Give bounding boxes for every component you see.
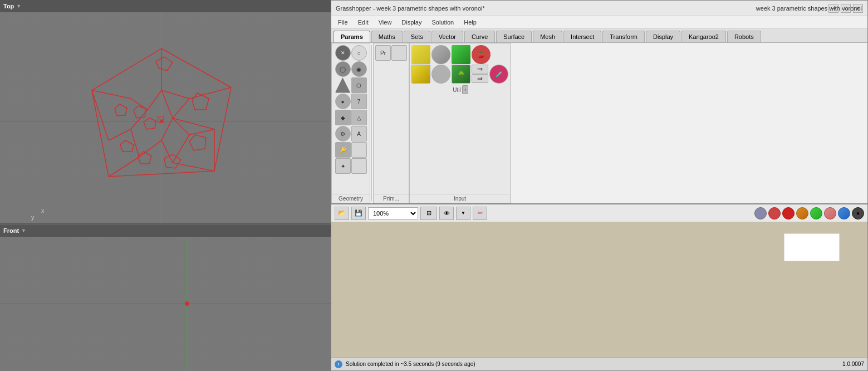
tab-mesh[interactable]: Mesh: [533, 31, 562, 42]
icon-arrow-right2[interactable]: ⇒: [472, 74, 488, 83]
icon-misc1[interactable]: [351, 142, 367, 158]
icon-3d[interactable]: ◯: [335, 61, 351, 77]
tab-transform[interactable]: Transform: [602, 31, 645, 42]
tab-curve[interactable]: Curve: [464, 31, 495, 42]
icon-star[interactable]: ✦: [335, 158, 351, 174]
gh-title-right: week 3 parametric shapes with voronoi: [756, 1, 862, 16]
separator1: [371, 45, 372, 201]
icon-circle-dark[interactable]: ●: [852, 207, 864, 219]
icon-gear[interactable]: ⚙: [335, 126, 351, 141]
icon-circle-pink[interactable]: [824, 207, 836, 219]
zoom-dropdown[interactable]: 100%: [368, 207, 418, 219]
icon-leaf[interactable]: ◆: [335, 110, 351, 125]
icon-silver-sphere[interactable]: [431, 45, 450, 64]
arrow-down-nav[interactable]: ▼: [456, 207, 470, 220]
icon-prim1[interactable]: Pr: [375, 45, 391, 61]
tab-bar: Params Maths Sets Vector Curve Surface M…: [331, 28, 867, 43]
icon-triangle[interactable]: [335, 77, 351, 93]
menu-file[interactable]: File: [334, 18, 352, 27]
icon-util1[interactable]: 🍒: [472, 45, 491, 64]
svg-rect-2: [0, 12, 331, 223]
icon-flask[interactable]: 🧪: [489, 65, 508, 84]
viewport-top-arrow[interactable]: ▼: [16, 3, 21, 9]
gh-toolbar-right: ●: [754, 207, 864, 219]
tab-maths[interactable]: Maths: [371, 31, 403, 42]
util-expand[interactable]: +: [462, 85, 468, 94]
svg-text:x: x: [41, 207, 45, 214]
eye-button[interactable]: 👁: [439, 207, 454, 220]
tab-params[interactable]: Params: [334, 31, 370, 42]
tab-sets[interactable]: Sets: [404, 31, 430, 42]
input-panel-label: Input: [410, 194, 510, 203]
icon-misc2[interactable]: [351, 158, 367, 174]
icon-arrow-right1[interactable]: ⇒: [472, 65, 488, 74]
input-panel: 🍒 🌳 ⇒ ⇒ 🧪 Util + Input: [409, 43, 511, 203]
input-panel-footer: Util +: [449, 85, 470, 95]
viewport-front[interactable]: Front ▼: [0, 224, 331, 371]
icon-dial[interactable]: ◉: [351, 61, 367, 77]
viewport-front-labelbar: Front ▼: [0, 224, 331, 237]
tab-robots[interactable]: Robots: [727, 31, 761, 42]
icon-key[interactable]: 🔑: [335, 142, 351, 158]
viewport-top[interactable]: Top ▼: [0, 0, 331, 224]
tab-intersect[interactable]: Intersect: [563, 31, 601, 42]
status-icon: i: [335, 360, 342, 368]
primitive-panel-label: Prim...: [374, 194, 409, 203]
save-file-button[interactable]: 💾: [351, 207, 366, 220]
icon-input2a[interactable]: [411, 65, 430, 84]
viewport-front-arrow[interactable]: ▼: [21, 228, 26, 233]
icon-a-shape[interactable]: △: [351, 110, 367, 125]
icon-sphere[interactable]: ●: [335, 94, 351, 109]
menu-solution[interactable]: Solution: [427, 18, 458, 27]
menu-help[interactable]: Help: [459, 18, 481, 27]
nav-toolbar: 📂 💾 100% ⊞ 👁 ▼ ✏ ●: [331, 204, 867, 222]
gh-canvas[interactable]: Radius 50 ◇ Segments ◇ 5: [331, 222, 867, 357]
tab-vector[interactable]: Vector: [431, 31, 463, 42]
svg-point-47: [185, 301, 189, 306]
tab-kangaroo2[interactable]: Kangaroo2: [681, 31, 726, 42]
top-canvas[interactable]: y x: [0, 12, 331, 223]
menu-edit[interactable]: Edit: [354, 18, 373, 27]
icon-circle-darkred[interactable]: [782, 207, 795, 219]
sketch-button[interactable]: ✏: [473, 207, 487, 220]
icon-A[interactable]: A: [351, 126, 367, 141]
white-panel-box: [784, 233, 840, 261]
icon-circle[interactable]: ○: [351, 45, 367, 61]
geometry-panel: ✕ ○ ◯ ◉ ⬡ ● 7 ◆ △ ⚙ A 🔑 ✦ Geometry: [331, 43, 370, 203]
toolbar-spacer: [511, 43, 867, 203]
grid-snap-button[interactable]: ⊞: [420, 207, 437, 220]
viewport-top-labelbar: Top ▼: [0, 0, 331, 12]
util-label: Util: [452, 86, 462, 94]
icon-hexagon[interactable]: ⬡: [351, 77, 367, 93]
svg-point-42: [160, 120, 163, 123]
icon-circle-green[interactable]: [810, 207, 822, 219]
icon-circle-blue[interactable]: [838, 207, 850, 219]
icon-circle-orange[interactable]: [796, 207, 808, 219]
front-canvas[interactable]: [0, 237, 331, 371]
icon-yellow[interactable]: [411, 45, 430, 64]
open-file-button[interactable]: 📂: [335, 207, 349, 220]
icon-seven[interactable]: 7: [351, 94, 367, 109]
tab-surface[interactable]: Surface: [496, 31, 532, 42]
gh-titlebar: Grasshopper - week 3 parametric shapes w…: [331, 1, 867, 16]
icon-input2c[interactable]: 🌳: [452, 65, 470, 84]
icon-green[interactable]: [452, 45, 470, 64]
version-text: 1.0.0007: [842, 361, 864, 367]
icon-input2b[interactable]: [431, 65, 450, 84]
input-icons: 🍒 🌳 ⇒ ⇒ 🧪: [410, 43, 510, 85]
viewport-front-label: Front: [3, 227, 19, 234]
rhino-viewport-area: Top ▼: [0, 0, 331, 371]
menu-view[interactable]: View: [374, 18, 396, 27]
gh-toolbar-area: ✕ ○ ◯ ◉ ⬡ ● 7 ◆ △ ⚙ A 🔑 ✦ Geometry: [331, 43, 867, 204]
icon-circle-red[interactable]: [768, 207, 781, 219]
menu-display[interactable]: Display: [397, 18, 426, 27]
tab-display[interactable]: Display: [646, 31, 680, 42]
input-row2: 🌳 ⇒ ⇒ 🧪: [411, 65, 508, 84]
icon-circle-brown[interactable]: [754, 207, 767, 219]
icon-x[interactable]: ✕: [335, 45, 351, 61]
arrow-icons: ⇒ ⇒: [472, 65, 488, 84]
gh-title: Grasshopper - week 3 parametric shapes w…: [336, 5, 485, 12]
grasshopper-window: Grasshopper - week 3 parametric shapes w…: [331, 0, 868, 371]
gh-menubar: File Edit View Display Solution Help: [331, 16, 867, 28]
icon-prim2[interactable]: [391, 45, 407, 61]
